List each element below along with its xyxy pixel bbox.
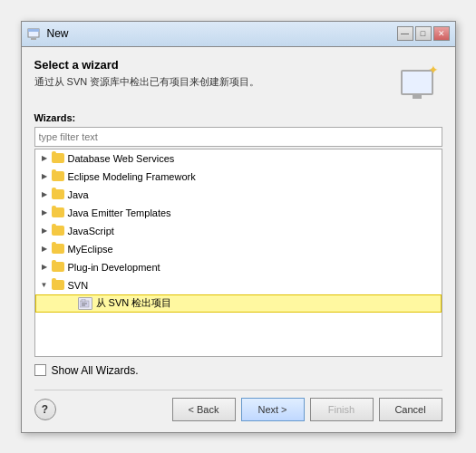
show-all-checkbox[interactable] [34, 364, 46, 376]
tree-item-java[interactable]: ▶ Java [35, 186, 442, 204]
svg-rect-1 [28, 29, 39, 32]
header-text: Select a wizard 通过从 SVN 资源库中检出已有项目来创建新项目… [34, 58, 260, 89]
label-svn: SVN [68, 280, 89, 291]
show-all-label: Show All Wizards. [52, 364, 139, 377]
maximize-button[interactable]: □ [415, 26, 432, 41]
expand-arrow-javascript: ▶ [39, 226, 50, 236]
svn-checkout-icon [78, 297, 92, 310]
folder-icon-db-web [52, 153, 64, 163]
filter-input[interactable] [34, 127, 442, 147]
header-image: ✦ [397, 58, 442, 103]
folder-icon-emf [52, 171, 64, 181]
expand-arrow-java: ▶ [39, 189, 50, 200]
folder-icon-javascript [52, 226, 64, 236]
new-wizard-dialog: New — □ ✕ Select a wizard 通过从 SVN 资源库中检出… [21, 21, 456, 433]
dialog-description: 通过从 SVN 资源库中检出已有项目来创建新项目。 [34, 75, 260, 89]
back-button[interactable]: < Back [172, 398, 236, 421]
separator [34, 390, 442, 390]
wizards-label: Wizards: [34, 112, 442, 123]
window-icon [27, 26, 42, 41]
dialog-title: Select a wizard [34, 58, 260, 72]
tree-item-java-emitter[interactable]: ▶ Java Emitter Templates [35, 204, 442, 222]
wizard-tree[interactable]: ▶ Database Web Services ▶ Eclipse Modeli… [34, 149, 442, 357]
tree-item-svn-checkout[interactable]: ▶ 从 SVN 检出项目 [35, 294, 442, 313]
expand-arrow-plugin: ▶ [39, 262, 50, 273]
svg-rect-4 [82, 299, 85, 302]
minimize-button[interactable]: — [397, 26, 413, 41]
show-all-section: Show All Wizards. [34, 364, 442, 377]
header-section: Select a wizard 通过从 SVN 资源库中检出已有项目来创建新项目… [34, 58, 442, 103]
titlebar-buttons: — □ ✕ [397, 26, 450, 41]
titlebar: New — □ ✕ [22, 22, 455, 47]
expand-arrow-myeclipse: ▶ [39, 244, 50, 255]
folder-icon-java [52, 189, 64, 199]
tree-item-svn[interactable]: ▼ SVN [35, 276, 442, 294]
label-javascript: JavaScript [68, 226, 114, 236]
folder-icon-java-emitter [52, 207, 64, 217]
right-buttons: < Back Next > Finish Cancel [172, 398, 442, 421]
folder-icon-svn [52, 280, 64, 290]
label-db-web: Database Web Services [68, 153, 175, 164]
folder-icon-plugin [52, 262, 64, 272]
folder-icon-myeclipse [52, 244, 64, 254]
expand-arrow-db-web: ▶ [39, 153, 50, 164]
label-java: Java [68, 189, 89, 200]
help-button[interactable]: ? [34, 399, 56, 420]
titlebar-left: New [27, 26, 69, 41]
label-emf: Eclipse Modeling Framework [68, 171, 196, 182]
tree-item-db-web[interactable]: ▶ Database Web Services [35, 149, 442, 168]
wizard-icon: ✦ [401, 63, 439, 99]
close-button[interactable]: ✕ [433, 26, 450, 41]
expand-arrow-svn: ▼ [39, 280, 50, 291]
next-button[interactable]: Next > [241, 398, 305, 421]
label-myeclipse: MyEclipse [68, 244, 113, 255]
dialog-content: Select a wizard 通过从 SVN 资源库中检出已有项目来创建新项目… [22, 47, 455, 432]
expand-arrow-emf: ▶ [39, 171, 50, 182]
tree-item-myeclipse[interactable]: ▶ MyEclipse [35, 240, 442, 258]
button-bar: ? < Back Next > Finish Cancel [34, 398, 442, 421]
finish-button[interactable]: Finish [310, 398, 374, 421]
sparkle-icon: ✦ [428, 63, 439, 77]
cancel-button[interactable]: Cancel [379, 398, 442, 421]
label-svn-checkout: 从 SVN 检出项目 [96, 296, 172, 310]
tree-item-emf[interactable]: ▶ Eclipse Modeling Framework [35, 168, 442, 186]
svg-rect-2 [31, 38, 36, 40]
label-plugin: Plug-in Development [68, 262, 160, 273]
label-java-emitter: Java Emitter Templates [68, 207, 171, 218]
expand-arrow-java-emitter: ▶ [39, 207, 50, 218]
tree-item-javascript[interactable]: ▶ JavaScript [35, 222, 442, 240]
window-title: New [47, 27, 69, 40]
tree-item-plugin[interactable]: ▶ Plug-in Development [35, 258, 442, 276]
